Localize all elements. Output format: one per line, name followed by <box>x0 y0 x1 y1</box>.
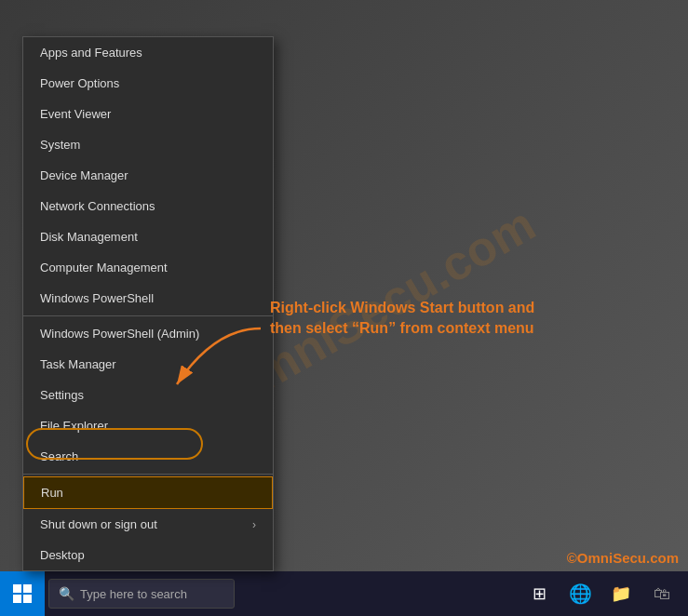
menu-item-label: Search <box>40 449 78 463</box>
menu-item-label: Disk Management <box>40 230 138 244</box>
annotation-container: Right-click Windows Start button and the… <box>270 298 534 340</box>
menu-item-windows-powershell[interactable]: Windows PowerShell <box>23 283 273 314</box>
menu-item-file-explorer[interactable]: File Explorer <box>23 410 273 441</box>
annotation-line1: Right-click Windows Start button and <box>270 300 534 315</box>
edge-icon[interactable]: 🌐 <box>561 575 599 612</box>
start-button[interactable] <box>0 571 45 616</box>
taskbar-icons: ⊞ 🌐 📁 🛍 <box>520 575 688 612</box>
menu-item-label: Task Manager <box>40 357 116 371</box>
annotation-text: Right-click Windows Start button and the… <box>270 298 534 340</box>
menu-item-label: Shut down or sign out <box>40 517 157 531</box>
task-view-icon[interactable]: ⊞ <box>520 575 558 612</box>
context-menu: Apps and FeaturesPower OptionsEvent View… <box>22 36 274 571</box>
menu-item-event-viewer[interactable]: Event Viewer <box>23 99 273 129</box>
menu-item-label: Apps and Features <box>40 46 142 60</box>
menu-divider <box>23 474 273 475</box>
menu-item-label: Windows PowerShell <box>40 291 154 305</box>
menu-item-system[interactable]: System <box>23 129 273 160</box>
menu-item-disk-management[interactable]: Disk Management <box>23 221 273 252</box>
taskbar: 🔍 Type here to search ⊞ 🌐 📁 🛍 <box>0 571 688 616</box>
taskbar-search-placeholder: Type here to search <box>80 587 187 601</box>
store-icon[interactable]: 🛍 <box>643 575 681 612</box>
menu-item-run[interactable]: Run <box>23 476 273 509</box>
menu-item-label: File Explorer <box>40 419 108 433</box>
menu-item-label: Event Viewer <box>40 107 111 121</box>
file-explorer-icon[interactable]: 📁 <box>602 575 640 612</box>
menu-item-apps-features[interactable]: Apps and Features <box>23 37 273 68</box>
menu-item-label: Device Manager <box>40 168 128 182</box>
menu-divider <box>23 315 273 316</box>
menu-item-label: Settings <box>40 388 84 402</box>
windows-logo-icon <box>13 584 32 603</box>
menu-item-label: Desktop <box>40 548 85 562</box>
taskbar-search-box[interactable]: 🔍 Type here to search <box>48 579 235 609</box>
menu-item-label: Network Connections <box>40 199 155 213</box>
taskbar-search-icon: 🔍 <box>59 586 74 601</box>
menu-item-network-connections[interactable]: Network Connections <box>23 191 273 221</box>
menu-item-shut-down[interactable]: Shut down or sign out› <box>23 509 273 540</box>
annotation-arrow <box>168 324 270 398</box>
menu-item-label: Run <box>41 486 63 500</box>
menu-item-search[interactable]: Search <box>23 441 273 472</box>
menu-item-label: Computer Management <box>40 261 168 275</box>
menu-item-label: Power Options <box>40 76 119 90</box>
copyright-text: ©OmniSecu.com <box>567 550 679 566</box>
menu-item-computer-management[interactable]: Computer Management <box>23 252 273 283</box>
menu-item-power-options[interactable]: Power Options <box>23 68 273 99</box>
menu-item-desktop[interactable]: Desktop <box>23 540 273 570</box>
menu-item-device-manager[interactable]: Device Manager <box>23 160 273 191</box>
menu-item-arrow: › <box>252 518 256 531</box>
menu-item-label: System <box>40 138 80 152</box>
desktop: OmniSecu.com Apps and FeaturesPower Opti… <box>0 0 688 616</box>
annotation-line2: then select “Run” from context menu <box>270 320 534 336</box>
